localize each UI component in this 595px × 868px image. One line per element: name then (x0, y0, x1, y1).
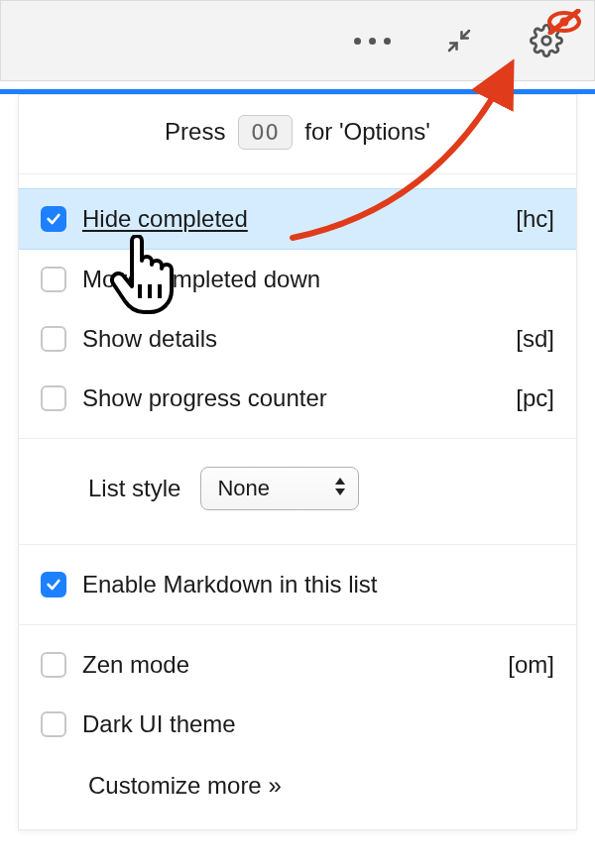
gear-icon[interactable] (529, 23, 564, 58)
collapse-icon[interactable] (441, 23, 477, 58)
option-dark-ui[interactable]: Dark UI theme (19, 695, 576, 754)
option-label: Dark UI theme (82, 710, 236, 738)
customize-more-link[interactable]: Customize more » (19, 754, 576, 810)
option-shortcut: [om] (508, 651, 554, 679)
hint-key: OO (238, 115, 293, 150)
option-label: Show progress counter (82, 384, 327, 412)
list-style-value: None (217, 476, 270, 500)
ellipsis-dots (354, 38, 391, 45)
option-shortcut: [hc] (516, 205, 554, 233)
checkbox[interactable] (41, 326, 66, 352)
svg-marker-7 (335, 488, 345, 495)
svg-marker-6 (335, 478, 345, 485)
chevron-updown-icon (334, 476, 346, 501)
toolbar (0, 0, 595, 81)
checkbox[interactable] (41, 711, 66, 737)
checkbox[interactable] (41, 385, 66, 411)
hint-prefix: Press (165, 118, 225, 145)
list-style-row: List style None (19, 449, 576, 534)
option-zen-mode[interactable]: Zen mode [om] (19, 635, 576, 695)
list-style-select[interactable]: None (200, 467, 359, 510)
divider (19, 438, 576, 439)
customize-label: Customize more » (88, 772, 282, 799)
list-style-label: List style (88, 475, 180, 502)
option-shortcut: [pc] (516, 384, 554, 412)
option-label: Zen mode (82, 651, 189, 679)
app-frame: Press OO for 'Options' Hide completed [h… (0, 0, 595, 868)
eye-off-icon (546, 9, 582, 39)
more-icon[interactable] (354, 23, 390, 58)
option-move-completed-down[interactable]: Move completed down (19, 250, 576, 309)
checkbox[interactable] (41, 267, 66, 292)
hint-suffix: for 'Options' (304, 118, 430, 145)
option-label: Enable Markdown in this list (82, 571, 377, 598)
checkbox[interactable] (41, 652, 66, 678)
options-panel: Press OO for 'Options' Hide completed [h… (18, 94, 577, 830)
option-show-progress-counter[interactable]: Show progress counter [pc] (19, 369, 576, 428)
divider (19, 544, 576, 545)
option-label: Hide completed (82, 205, 248, 233)
checkbox[interactable] (41, 206, 66, 232)
option-show-details[interactable]: Show details [sd] (19, 309, 576, 369)
option-hide-completed[interactable]: Hide completed [hc] (19, 188, 576, 250)
divider (19, 624, 576, 625)
keyboard-hint: Press OO for 'Options' (19, 95, 576, 174)
checkbox[interactable] (41, 572, 66, 597)
option-enable-markdown[interactable]: Enable Markdown in this list (19, 555, 576, 614)
option-label: Show details (82, 325, 217, 353)
option-label: Move completed down (82, 266, 320, 293)
option-shortcut: [sd] (516, 325, 554, 353)
